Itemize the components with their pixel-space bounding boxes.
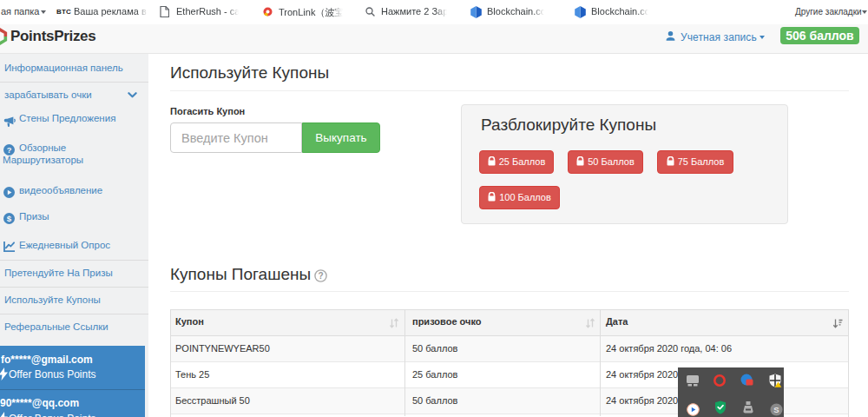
- svg-text:?: ?: [318, 271, 323, 281]
- svg-text:S: S: [773, 405, 779, 414]
- svg-text:?: ?: [7, 146, 12, 155]
- svg-text:$: $: [7, 214, 12, 223]
